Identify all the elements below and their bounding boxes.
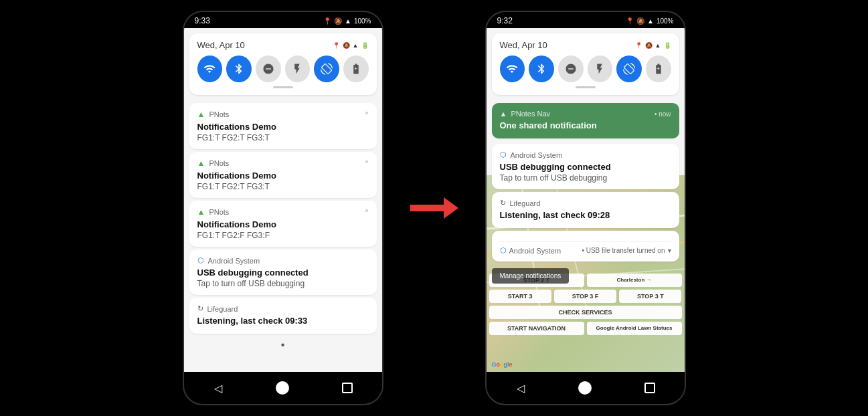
wifi-status-icon: ▲: [345, 17, 351, 25]
notif-app-name-1: PNots: [209, 110, 361, 118]
qs-battery-saver-btn[interactable]: [343, 56, 369, 82]
notif-app-name-3: PNots: [209, 208, 361, 216]
notif-title-3: Notifications Demo: [197, 219, 369, 229]
left-notif-1[interactable]: ▲ PNots ^ Notifications Demo FG1:T FG2:T…: [189, 103, 377, 149]
left-status-bar: 9:33 📍 🔕 ▲ 100%: [184, 12, 382, 28]
qs-dnd-btn[interactable]: [256, 56, 281, 82]
home-btn-left[interactable]: [276, 381, 289, 395]
left-quick-settings: Wed, Apr 10 📍 🔕 ▲ 🔋: [189, 33, 377, 95]
qs-wifi-icon: ▲: [353, 42, 359, 49]
right-qs-wifi-icon: ▲: [655, 42, 661, 49]
left-notif-3[interactable]: ▲ PNots ^ Notifications Demo FG1:T FG2:F…: [189, 201, 377, 247]
notif-expand-2: ^: [365, 160, 369, 167]
main-container: 9:33 📍 🔕 ▲ 100% Wed, Apr 10 📍 🔕 ▲ 🔋: [0, 0, 868, 416]
usb-notif-title: USB debugging connected: [500, 162, 671, 172]
left-notif-5[interactable]: ↻ Lifeguard Listening, last check 09:33: [189, 298, 377, 334]
android-icon-2: ⬡: [500, 150, 507, 159]
right-notif-dropdown[interactable]: ⬡ Android System • USB file transfer tur…: [492, 231, 679, 262]
notif-app-row-5: ↻ Lifeguard: [197, 304, 369, 313]
right-qs-wifi-btn[interactable]: [500, 56, 525, 82]
lifeguard-icon-1: ↻: [197, 304, 203, 313]
right-nav-bar: ◁: [487, 372, 685, 404]
right-notification-panel: STOP 2 T Charleston → START 3 STOP 3 F S…: [487, 28, 685, 372]
right-status-bar: 9:32 📍 🔕 ▲ 100%: [487, 12, 685, 28]
right-time: 9:32: [497, 16, 513, 25]
pnotes-nav-icon: ▲: [500, 110, 507, 118]
notif-body-1: FG1:T FG2:T FG3:T: [197, 133, 369, 142]
qs-silent-icon: 🔕: [343, 42, 350, 49]
right-qs-location-icon: 📍: [635, 42, 642, 49]
right-phone: 9:32 📍 🔕 ▲ 100%: [485, 11, 686, 405]
manage-notif-area: Manage notifications: [487, 264, 685, 288]
notif-app-row-2: ▲ PNots ^: [197, 159, 369, 168]
lifeguard-icon-2: ↻: [500, 199, 506, 207]
qs-autorotate-btn[interactable]: [314, 56, 339, 82]
right-qs-flashlight-btn[interactable]: [588, 56, 613, 82]
dropdown-detail: • USB file transfer turned on: [582, 247, 665, 254]
home-btn-right[interactable]: [578, 381, 592, 395]
lifeguard-app-name: Lifeguard: [510, 199, 671, 207]
battery-status: 100%: [354, 17, 371, 25]
left-notif-4[interactable]: ⬡ Android System USB debugging connected…: [189, 249, 377, 295]
right-qs-silent-icon: 🔕: [645, 42, 653, 49]
right-quick-settings: Wed, Apr 10 📍 🔕 ▲ 🔋: [492, 33, 679, 95]
left-notif-2[interactable]: ▲ PNots ^ Notifications Demo FG1:T FG2:T…: [189, 152, 377, 198]
right-notif-usb[interactable]: ⬡ Android System USB debugging connected…: [492, 144, 679, 189]
right-notif-lifeguard[interactable]: ↻ Lifeguard Listening, last check 09:28: [492, 192, 679, 228]
arrow-shape: [410, 197, 458, 219]
right-notif-green[interactable]: ▲ PNotes Nav • now One shared notificati…: [492, 103, 679, 138]
right-date-row: Wed, Apr 10 📍 🔕 ▲ 🔋: [500, 40, 671, 50]
notif-body-2: FG1:T FG2:T FG3:T: [197, 182, 369, 191]
pnots-icon-2: ▲: [197, 159, 205, 168]
right-location-icon: 📍: [626, 17, 634, 25]
left-status-icons: 📍 🔕 ▲ 100%: [323, 17, 371, 25]
green-notif-title: One shared notification: [500, 120, 671, 130]
right-status-icons: 📍 🔕 ▲ 100%: [626, 17, 673, 25]
notif-expand-1: ^: [365, 111, 369, 118]
right-qs-drag-handle: [576, 86, 596, 88]
right-date: Wed, Apr 10: [500, 40, 547, 50]
transition-arrow: [410, 197, 458, 219]
right-qs-battery-icon: 🔋: [664, 42, 671, 49]
right-qs-dnd-btn[interactable]: [558, 56, 584, 82]
right-qs-status-icons: 📍 🔕 ▲ 🔋: [635, 42, 671, 49]
right-wifi-icon: ▲: [647, 17, 654, 25]
notif-title-5: Listening, last check 09:33: [197, 316, 369, 326]
right-notifications-list: ▲ PNotes Nav • now One shared notificati…: [487, 100, 685, 264]
notif-app-row-3: ▲ PNots ^: [197, 207, 369, 217]
left-notification-panel: Wed, Apr 10 📍 🔕 ▲ 🔋: [184, 28, 382, 372]
notif-body-4: Tap to turn off USB debugging: [197, 279, 369, 288]
manage-notifications-btn[interactable]: Manage notifications: [492, 268, 570, 284]
qs-status-icons: 📍 🔕 ▲ 🔋: [333, 42, 369, 49]
qs-flashlight-btn[interactable]: [285, 56, 311, 82]
pnots-icon-1: ▲: [197, 110, 205, 119]
recents-btn-right[interactable]: [639, 377, 661, 399]
right-qs-icons-row: [500, 56, 671, 82]
qs-bluetooth-btn[interactable]: [226, 56, 252, 82]
left-notifications-list: ▲ PNots ^ Notifications Demo FG1:T FG2:T…: [184, 100, 382, 372]
usb-notif-app-name: Android System: [511, 151, 671, 159]
back-btn-left[interactable]: ◁: [207, 377, 229, 399]
right-qs-autorotate-btn[interactable]: [616, 56, 642, 82]
recents-btn-left[interactable]: [337, 377, 358, 399]
right-panel-content: Wed, Apr 10 📍 🔕 ▲ 🔋: [487, 28, 685, 372]
notif-app-name-5: Lifeguard: [207, 305, 369, 313]
usb-notif-app-row: ⬡ Android System: [500, 150, 671, 159]
back-btn-right[interactable]: ◁: [510, 377, 531, 399]
notif-app-row-4: ⬡ Android System: [197, 256, 369, 265]
notif-title-2: Notifications Demo: [197, 171, 369, 181]
right-qs-battery-saver-btn[interactable]: [646, 56, 671, 82]
location-icon: 📍: [323, 17, 331, 25]
silent-icon: 🔕: [334, 17, 342, 25]
qs-wifi-btn[interactable]: [197, 56, 223, 82]
lifeguard-app-row: ↻ Lifeguard: [500, 199, 671, 207]
left-qs-icons-row: [197, 56, 369, 82]
notif-body-3: FG1:T FG2:F FG3:F: [197, 231, 369, 240]
lifeguard-title: Listening, last check 09:28: [500, 210, 671, 220]
left-date: Wed, Apr 10: [197, 40, 245, 50]
notif-expand-3: ^: [365, 209, 369, 216]
right-silent-icon: 🔕: [636, 17, 644, 25]
qs-drag-handle: [273, 86, 293, 88]
left-time: 9:33: [195, 16, 210, 25]
right-qs-bluetooth-btn[interactable]: [529, 56, 554, 82]
